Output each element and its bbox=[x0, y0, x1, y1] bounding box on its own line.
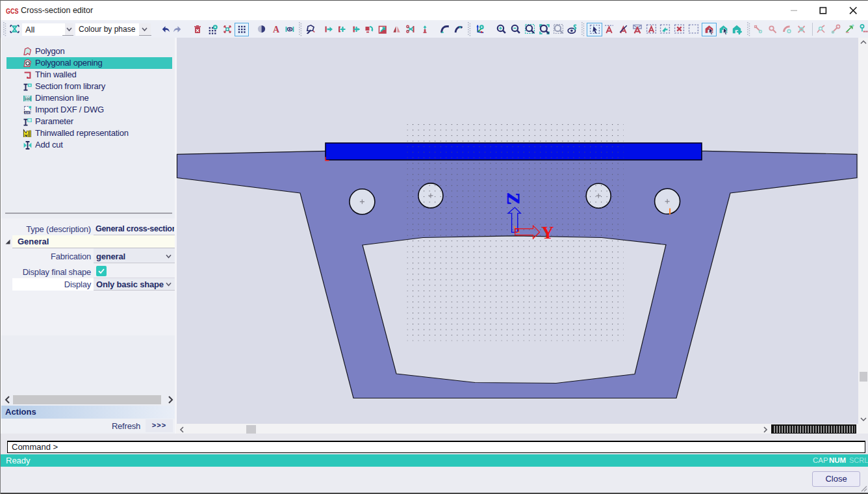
svg-text:DWG: DWG bbox=[24, 111, 30, 114]
svg-text:Z: Z bbox=[504, 192, 524, 205]
svg-text:Y: Y bbox=[541, 223, 554, 242]
svg-text:100: 100 bbox=[25, 97, 31, 101]
svg-text:A: A bbox=[273, 25, 280, 34]
